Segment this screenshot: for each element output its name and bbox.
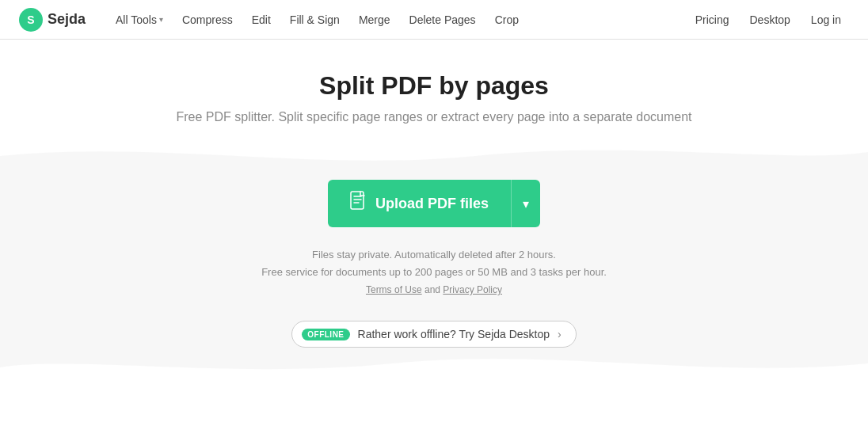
- nav-delete-pages[interactable]: Delete Pages: [402, 9, 484, 31]
- nav-links: All Tools Compress Edit Fill & Sign Merg…: [108, 9, 687, 31]
- nav-pricing[interactable]: Pricing: [687, 9, 737, 31]
- svg-rect-0: [351, 192, 364, 209]
- upload-pdf-button[interactable]: Upload PDF files: [328, 180, 512, 227]
- nav-desktop[interactable]: Desktop: [741, 9, 798, 31]
- main-content: Split PDF by pages Free PDF splitter. Sp…: [0, 40, 868, 379]
- offline-banner-text: Rather work offline? Try Sejda Desktop: [358, 328, 550, 340]
- logo-icon: S: [19, 8, 43, 32]
- dropdown-arrow-icon: ▾: [523, 196, 529, 211]
- offline-badge: OFFLINE: [302, 329, 349, 340]
- upload-dropdown-button[interactable]: ▾: [512, 180, 540, 227]
- nav-edit[interactable]: Edit: [244, 9, 279, 31]
- info-links: Terms of Use and Privacy Policy: [366, 284, 502, 295]
- and-text: and: [424, 284, 443, 295]
- logo[interactable]: S Sejda: [19, 8, 86, 32]
- nav-right-links: Pricing Desktop Log in: [687, 9, 849, 31]
- navbar: S Sejda All Tools Compress Edit Fill & S…: [0, 0, 868, 40]
- nav-login[interactable]: Log in: [803, 9, 849, 31]
- upload-area: Upload PDF files ▾ Files stay private. A…: [0, 140, 868, 379]
- nav-crop[interactable]: Crop: [487, 9, 527, 31]
- terms-of-use-link[interactable]: Terms of Use: [366, 284, 422, 295]
- page-title: Split PDF by pages: [319, 71, 549, 101]
- logo-text: Sejda: [48, 11, 86, 28]
- upload-button-group: Upload PDF files ▾: [328, 180, 540, 227]
- nav-merge[interactable]: Merge: [351, 9, 398, 31]
- nav-fill-sign[interactable]: Fill & Sign: [282, 9, 348, 31]
- nav-compress[interactable]: Compress: [174, 9, 241, 31]
- info-line2: Free service for documents up to 200 pag…: [261, 264, 607, 281]
- offline-banner[interactable]: OFFLINE Rather work offline? Try Sejda D…: [291, 321, 576, 348]
- wave-bottom-decoration: [0, 348, 868, 379]
- chevron-right-icon: ›: [558, 328, 562, 340]
- pdf-icon: [350, 191, 367, 216]
- info-line1: Files stay private. Automatically delete…: [261, 246, 607, 264]
- page-subtitle: Free PDF splitter. Split specific page r…: [177, 110, 692, 124]
- info-text: Files stay private. Automatically delete…: [261, 246, 607, 281]
- privacy-policy-link[interactable]: Privacy Policy: [443, 284, 502, 295]
- upload-button-label: Upload PDF files: [375, 196, 489, 212]
- nav-all-tools[interactable]: All Tools: [108, 9, 171, 31]
- wave-top-decoration: [0, 140, 868, 172]
